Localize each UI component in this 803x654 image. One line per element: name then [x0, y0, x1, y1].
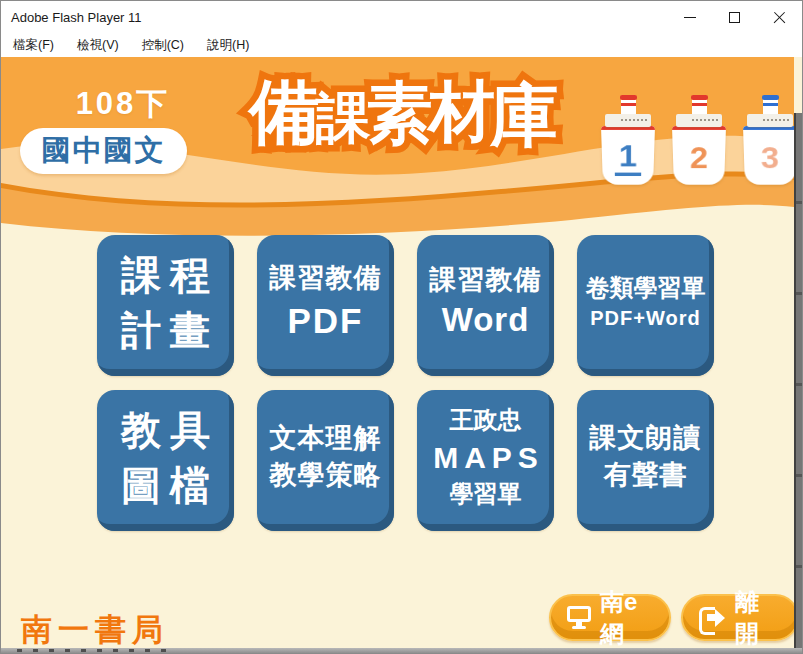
boat-funnel-icon	[763, 95, 778, 116]
title-char: 材	[429, 78, 495, 144]
footer-buttons: 南e網 離 開	[549, 594, 794, 641]
right-edge-strip	[794, 113, 803, 654]
exit-label: 離 開	[735, 586, 781, 650]
menu-help[interactable]: 說明(H)	[204, 35, 252, 56]
boat-windows-icon	[621, 119, 647, 121]
exit-button[interactable]: 離 開	[681, 594, 794, 641]
nan-e-web-button[interactable]: 南e網	[549, 594, 671, 641]
btn-workbook-pdf[interactable]: 課習教備 PDF	[257, 235, 394, 376]
boat-number: 1	[614, 140, 642, 176]
volume-boat-selector: 1 2 3	[601, 95, 794, 190]
button-line: 有聲書	[604, 460, 688, 492]
flash-stage: 108下 國中國文 備 課 素 材 庫 備 課 素 材 庫	[1, 57, 803, 654]
menu-view[interactable]: 檢視(V)	[74, 35, 122, 56]
menu-bar: 檔案(F) 檢視(V) 控制(C) 說明(H)	[1, 33, 802, 57]
maximize-button[interactable]	[712, 1, 757, 33]
boat-hull-icon: 1	[601, 126, 655, 185]
btn-worksheet-pdf-word[interactable]: 卷類學習單 PDF+Word	[577, 235, 714, 376]
button-line: 卷類學習單	[586, 274, 706, 302]
title-bar: Adobe Flash Player 11	[1, 1, 802, 33]
boat-number: 3	[761, 142, 780, 175]
page-title: 備 課 素 材 庫 備 課 素 材 庫	[204, 63, 604, 223]
title-char: 備	[250, 77, 320, 147]
title-char: 庫	[491, 81, 559, 149]
close-button[interactable]	[757, 1, 802, 33]
window-title: Adobe Flash Player 11	[1, 10, 667, 25]
button-line: 學習單	[450, 480, 522, 508]
maximize-icon	[729, 12, 740, 23]
flash-player-window: Adobe Flash Player 11 檔案(F) 檢視(V) 控制(C) …	[0, 0, 803, 654]
boat-deck-icon	[676, 114, 722, 127]
publisher-logo: 南一書局	[21, 609, 169, 651]
button-line: MAPS	[427, 440, 544, 475]
button-line: 教具	[112, 405, 219, 455]
menu-control[interactable]: 控制(C)	[139, 35, 187, 56]
boat-volume-2[interactable]: 2	[672, 95, 726, 190]
btn-maps-worksheet[interactable]: 王政忠 MAPS 學習單	[417, 390, 554, 531]
exit-arrow-icon	[699, 607, 726, 629]
close-icon	[773, 11, 786, 24]
boat-deck-icon	[605, 114, 651, 127]
subject-badge: 國中國文	[20, 128, 187, 174]
button-line: 課習教備	[270, 263, 382, 295]
boat-number: 2	[690, 142, 709, 175]
minimize-icon	[684, 17, 696, 18]
minimize-button[interactable]	[667, 1, 712, 33]
boat-hull-icon: 2	[672, 126, 726, 185]
monitor-icon	[567, 606, 591, 629]
page-title-text: 備 課 素 材 庫	[204, 63, 604, 223]
boat-funnel-icon	[692, 95, 707, 116]
window-controls	[667, 1, 802, 33]
btn-text-comprehension-strategy[interactable]: 文本理解 教學策略	[257, 390, 394, 531]
title-char: 課	[316, 91, 371, 146]
boat-deck-icon	[747, 114, 793, 127]
subject-label: 國中國文	[42, 131, 166, 171]
category-button-grid: 課程 計畫 課習教備 PDF 課習教備 Word 卷類學習單 PDF+Word …	[97, 235, 714, 531]
flash-content: 108下 國中國文 備 課 素 材 庫 備 課 素 材 庫	[1, 57, 794, 654]
button-line: PDF+Word	[590, 307, 700, 331]
btn-workbook-word[interactable]: 課習教備 Word	[417, 235, 554, 376]
nan-e-web-label: 南e網	[600, 586, 653, 650]
btn-course-plan[interactable]: 課程 計畫	[97, 235, 234, 376]
boat-windows-icon	[692, 119, 718, 121]
button-line: 計畫	[112, 305, 219, 355]
boat-volume-1[interactable]: 1	[601, 95, 655, 190]
boat-funnel-icon	[621, 95, 636, 116]
button-line: 文本理解	[270, 423, 382, 455]
btn-text-audio-book[interactable]: 課文朗讀 有聲書	[577, 390, 714, 531]
button-line: Word	[442, 301, 530, 340]
button-line: 課文朗讀	[590, 423, 702, 455]
boat-volume-3[interactable]: 3	[743, 95, 794, 190]
bottom-edge-strip	[1, 648, 802, 653]
button-line: 課程	[112, 250, 219, 300]
semester-label: 108下	[37, 83, 209, 125]
boat-windows-icon	[763, 119, 789, 121]
button-line: 王政忠	[450, 406, 522, 434]
title-char: 素	[367, 80, 433, 146]
button-line: 教學策略	[270, 460, 382, 492]
button-line: 圖檔	[112, 460, 219, 510]
boat-hull-icon: 3	[743, 126, 794, 185]
menu-file[interactable]: 檔案(F)	[10, 35, 57, 56]
btn-teaching-aid-images[interactable]: 教具 圖檔	[97, 390, 234, 531]
button-line: 課習教備	[430, 265, 542, 297]
button-line: PDF	[288, 300, 364, 341]
